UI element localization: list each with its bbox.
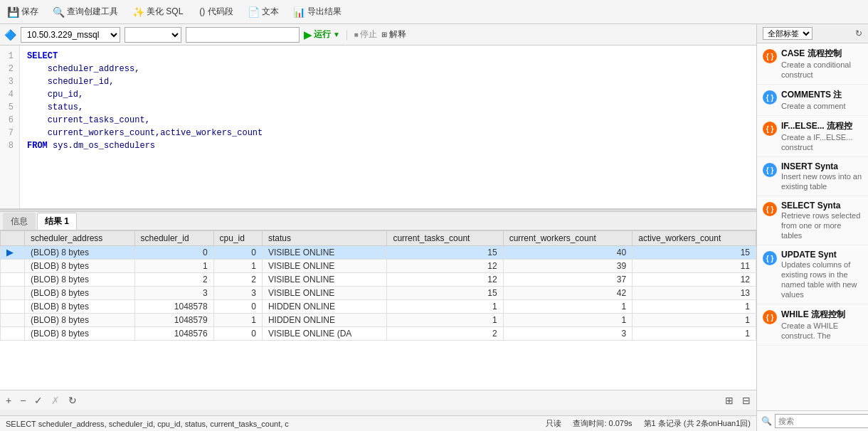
add-row-button[interactable]: + bbox=[4, 393, 13, 408]
snippet-item[interactable]: { }UPDATE SyntUpdates columns of existin… bbox=[757, 245, 868, 304]
cell-current_workers_count: 42 bbox=[503, 287, 633, 300]
table-row[interactable]: (BLOB) 8 bytes33VISIBLE ONLINE154213 bbox=[1, 287, 756, 300]
snippet-item[interactable]: { }SELECT SyntaRetrieve rows selected fr… bbox=[757, 196, 868, 245]
row-indicator: ▶ bbox=[1, 246, 25, 260]
tab-result1[interactable]: 结果 1 bbox=[37, 213, 77, 230]
results-panel: 信息 结果 1 scheduler_address scheduler_id c… bbox=[0, 212, 756, 390]
snippet-text-container: IF...ELSE... 流程控Create a IF...ELSE... co… bbox=[781, 120, 862, 152]
col-indicator bbox=[1, 231, 25, 246]
col-current-tasks-count: current_tasks_count bbox=[387, 231, 503, 246]
snippet-icon: { } bbox=[763, 90, 777, 105]
snippet-item[interactable]: { }CASE 流程控制Create a conditional constru… bbox=[757, 43, 868, 85]
snippets-panel: 全部标签 ↻ { }CASE 流程控制Create a conditional … bbox=[756, 24, 868, 431]
row-indicator bbox=[1, 314, 25, 327]
snippet-text-container: INSERT SyntaInsert new rows into an exis… bbox=[781, 161, 862, 191]
snippet-icon: { } bbox=[763, 202, 777, 216]
text-button[interactable]: 📄 文本 bbox=[245, 4, 282, 19]
grid-view-button[interactable]: ⊞ bbox=[724, 393, 735, 408]
cell-active_workers_count: 12 bbox=[633, 273, 756, 287]
cell-scheduler_address: (BLOB) 8 bytes bbox=[24, 300, 134, 314]
cell-current_tasks_count: 15 bbox=[387, 246, 503, 260]
snippet-text-container: CASE 流程控制Create a conditional construct bbox=[781, 48, 862, 80]
cell-current_workers_count: 39 bbox=[503, 260, 633, 273]
table-row[interactable]: (BLOB) 8 bytes11VISIBLE ONLINE123911 bbox=[1, 260, 756, 273]
table-row[interactable]: ▶(BLOB) 8 bytes00VISIBLE ONLINE154015 bbox=[1, 246, 756, 260]
server-icon: 🔷 bbox=[4, 29, 16, 41]
snippet-text-container: UPDATE SyntUpdates columns of existing r… bbox=[781, 250, 862, 299]
snippet-title: COMMENTS 注 bbox=[781, 89, 845, 101]
confirm-button[interactable]: ✓ bbox=[33, 393, 44, 408]
snippets-filter-select[interactable]: 全部标签 bbox=[763, 27, 813, 40]
snippet-text-container: WHILE 流程控制Create a WHILE construct. The bbox=[781, 309, 862, 341]
row-indicator bbox=[1, 260, 25, 273]
snippet-desc: Create a WHILE construct. The bbox=[781, 321, 862, 341]
row-indicator bbox=[1, 300, 25, 314]
table-row[interactable]: (BLOB) 8 bytes22VISIBLE ONLINE123712 bbox=[1, 273, 756, 287]
table-header-row: scheduler_address scheduler_id cpu_id st… bbox=[1, 231, 756, 246]
grid-icon: ⊟ bbox=[741, 393, 752, 408]
code-editor[interactable]: 1 2 3 4 5 6 7 8 SELECT scheduler_address… bbox=[0, 46, 756, 209]
cell-scheduler_id: 1048578 bbox=[134, 300, 213, 314]
export-button[interactable]: 📊 导出结果 bbox=[290, 4, 344, 19]
snippet-item[interactable]: { }WHILE 流程控制Create a WHILE construct. T… bbox=[757, 304, 868, 346]
query-create-icon: 🔍 bbox=[53, 6, 65, 18]
results-table-wrap[interactable]: scheduler_address scheduler_id cpu_id st… bbox=[0, 230, 756, 390]
cell-scheduler_id: 1 bbox=[134, 260, 213, 273]
code-segment-button[interactable]: () 代码段 bbox=[194, 4, 235, 19]
query-create-button[interactable]: 🔍 查询创建工具 bbox=[50, 4, 121, 19]
explain-button[interactable]: ⊞ 解释 bbox=[381, 28, 406, 41]
results-table: scheduler_address scheduler_id cpu_id st… bbox=[0, 230, 756, 341]
snippet-item[interactable]: { }COMMENTS 注Create a comment bbox=[757, 85, 868, 116]
search-icon: 🔍 bbox=[761, 416, 772, 426]
snippets-refresh-button[interactable]: ↻ bbox=[855, 28, 862, 38]
database-select[interactable] bbox=[125, 27, 181, 43]
cell-scheduler_address: (BLOB) 8 bytes bbox=[24, 327, 134, 341]
cell-current_workers_count: 3 bbox=[503, 327, 633, 341]
beautify-button[interactable]: ✨ 美化 SQL bbox=[129, 4, 186, 19]
cell-scheduler_id: 0 bbox=[134, 246, 213, 260]
beautify-icon: ✨ bbox=[132, 6, 144, 18]
save-button[interactable]: 💾 保存 bbox=[4, 4, 41, 19]
cell-cpu_id: 0 bbox=[213, 246, 262, 260]
stop-button[interactable]: ■ 停止 bbox=[354, 28, 377, 41]
snippet-title: IF...ELSE... 流程控 bbox=[781, 120, 862, 132]
status-bar: SELECT scheduler_address, scheduler_id, … bbox=[0, 415, 756, 431]
remove-row-button[interactable]: − bbox=[18, 393, 27, 408]
server-select[interactable]: 10.50.3.229_mssql bbox=[21, 27, 120, 43]
col-active-workers-count: active_workers_count bbox=[633, 231, 756, 246]
snippets-panel-header: 全部标签 ↻ bbox=[757, 24, 868, 43]
explain-icon: ⊞ bbox=[381, 31, 387, 38]
cell-current_tasks_count: 2 bbox=[387, 327, 503, 341]
cell-current_workers_count: 1 bbox=[503, 300, 633, 314]
cell-scheduler_address: (BLOB) 8 bytes bbox=[24, 314, 134, 327]
snippet-text-container: SELECT SyntaRetrieve rows selected from … bbox=[781, 201, 862, 240]
readonly-status: 只读 bbox=[546, 418, 561, 429]
col-current-workers-count: current_workers_count bbox=[503, 231, 633, 246]
sql-preview-text: SELECT scheduler_address, scheduler_id, … bbox=[6, 420, 534, 428]
snippet-item[interactable]: { }INSERT SyntaInsert new rows into an e… bbox=[757, 157, 868, 196]
search-input[interactable] bbox=[775, 414, 868, 428]
run-button[interactable]: ▶ 运行 ▼ bbox=[304, 28, 340, 41]
refresh-button[interactable]: ↻ bbox=[67, 393, 78, 408]
cell-current_tasks_count: 15 bbox=[387, 287, 503, 300]
snippet-item[interactable]: { }IF...ELSE... 流程控Create a IF...ELSE...… bbox=[757, 116, 868, 157]
cell-active_workers_count: 11 bbox=[633, 260, 756, 273]
table-row[interactable]: (BLOB) 8 bytes10485780HIDDEN ONLINE111 bbox=[1, 300, 756, 314]
schema-input[interactable] bbox=[186, 27, 300, 43]
table-row[interactable]: (BLOB) 8 bytes10485760VISIBLE ONLINE (DA… bbox=[1, 327, 756, 341]
cell-active_workers_count: 1 bbox=[633, 327, 756, 341]
cell-cpu_id: 1 bbox=[213, 314, 262, 327]
cell-current_workers_count: 37 bbox=[503, 273, 633, 287]
snippet-icon: { } bbox=[763, 49, 777, 63]
cell-current_tasks_count: 12 bbox=[387, 260, 503, 273]
cell-status: VISIBLE ONLINE bbox=[262, 273, 386, 287]
cell-scheduler_id: 1048576 bbox=[134, 327, 213, 341]
cancel-button[interactable]: ✗ bbox=[50, 393, 61, 408]
code-content[interactable]: SELECT scheduler_address, scheduler_id, … bbox=[20, 46, 756, 208]
col-status: status bbox=[262, 231, 386, 246]
table-row[interactable]: (BLOB) 8 bytes10485791HIDDEN ONLINE111 bbox=[1, 314, 756, 327]
line-numbers: 1 2 3 4 5 6 7 8 bbox=[0, 46, 20, 208]
cell-scheduler_address: (BLOB) 8 bytes bbox=[24, 287, 134, 300]
text-icon: 📄 bbox=[248, 6, 260, 18]
tab-info[interactable]: 信息 bbox=[3, 213, 36, 230]
